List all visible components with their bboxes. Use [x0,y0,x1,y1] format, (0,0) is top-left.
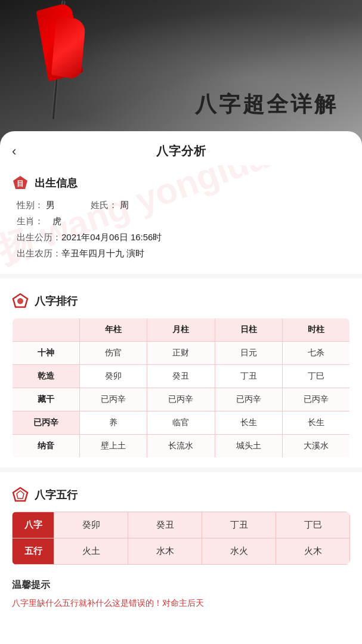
bazi-section: 八字排行 年柱 月柱 日柱 时柱 十神 伤官 正财 [0,283,362,463]
zodiac-label: 生肖： [17,216,52,227]
zodiac-row: 生肖： 虎 [17,216,345,227]
lunar-row: 出生农历： 辛丑年四月十九 演时 [17,248,345,259]
table-row: 纳音 壁上土 长流水 城头土 大溪水 [13,435,350,458]
surname-field: 姓氏： 周 [91,200,129,211]
cell-nayin-hour: 大溪水 [282,435,349,458]
cell-yibingxin-year: 养 [80,411,147,435]
svg-marker-5 [17,491,24,499]
wuxing-table: 八字 癸卯 癸丑 丁丑 丁巳 五行 火土 水木 水火 火木 [12,512,350,565]
tip-text: 八字里缺什么五行就补什么这是错误的！对命主后天 [12,596,350,609]
svg-point-3 [17,298,23,304]
cell-yibingxin-month: 临官 [147,411,215,435]
birth-info-grid: 性别： 男 姓氏： 周 生肖： 虎 出生公历： 2021年04月06日 16:5… [12,200,350,259]
wuxing-header: 八字五行 [12,487,350,503]
svg-text:目: 目 [17,179,24,188]
cell-shishen-hour: 七杀 [282,342,349,365]
solar-value: 2021年04月06日 16:56时 [61,232,162,243]
cell-shishen-month: 正财 [147,342,215,365]
table-row: 已丙辛 养 临官 长生 长生 [13,411,350,435]
tip-title: 温馨提示 [12,579,350,592]
cell-canggan-day: 已丙辛 [215,388,282,411]
gender-value: 男 [46,200,55,210]
wuxing-bazi-year: 癸卯 [54,512,128,538]
surname-label: 姓氏： [91,200,117,210]
bazi-table: 年柱 月柱 日柱 时柱 十神 伤官 正财 日元 七杀 乾造 [12,318,350,458]
lunar-label: 出生农历： [17,248,61,259]
tip-section: 温馨提示 八字里缺什么五行就补什么这是错误的！对命主后天 [0,569,362,619]
wuxing-title: 八字五行 [35,488,78,502]
divider-1 [0,274,362,278]
row-qianzao-header: 乾造 [13,365,80,388]
wuxing-bazi-row: 八字 癸卯 癸丑 丁丑 丁巳 [13,512,350,538]
card-content: 孙 扬 wang yongluan 族 sun 9 1 a 目 出生信息 性别：… [0,165,362,619]
bazi-title: 八字排行 [35,294,78,308]
page-title: 八字分析 [156,143,206,159]
zodiac-value: 虎 [52,216,61,227]
cell-shishen-year: 伤官 [80,342,147,365]
col-day: 日柱 [215,318,282,342]
card-header: ‹ 八字分析 [0,131,362,165]
row-shishen-header: 十神 [13,342,80,365]
bazi-header: 八字排行 [12,293,350,309]
birth-info-title: 出生信息 [35,176,78,190]
table-row: 藏干 已丙辛 已丙辛 已丙辛 已丙辛 [13,388,350,411]
gender-surname-row: 性别： 男 姓氏： 周 [17,200,345,211]
divider-2 [0,467,362,472]
row-yibingxin-header: 已丙辛 [13,411,80,435]
birth-info-section: 目 出生信息 性别： 男 姓氏： 周 生肖： 虎 [0,165,362,269]
cell-shishen-day: 日元 [215,342,282,365]
wuxing-bazi-hour: 丁巳 [276,512,350,538]
cell-canggan-hour: 已丙辛 [282,388,349,411]
cell-qianzao-hour: 丁巳 [282,365,349,388]
cell-qianzao-month: 癸丑 [147,365,215,388]
solar-row: 出生公历： 2021年04月06日 16:56时 [17,232,345,243]
gender-field: 性别： 男 [17,200,55,211]
cell-nayin-month: 长流水 [147,435,215,458]
bazi-icon [12,293,29,309]
cell-nayin-day: 城头土 [215,435,282,458]
banner-title: 八字超全详解 [195,90,338,119]
table-header-row: 年柱 月柱 日柱 时柱 [13,318,350,342]
wuxing-element-hour: 火木 [276,538,350,565]
cell-nayin-year: 壁上土 [80,435,147,458]
cell-yibingxin-day: 长生 [215,411,282,435]
lunar-value: 辛丑年四月十九 演时 [61,248,144,259]
row-canggan-header: 藏干 [13,388,80,411]
solar-label: 出生公历： [17,232,61,243]
main-card: ‹ 八字分析 孙 扬 wang yongluan 族 sun 9 1 a 目 出… [0,131,362,644]
birth-info-header: 目 出生信息 [12,175,350,191]
table-row: 十神 伤官 正财 日元 七杀 [13,342,350,365]
back-button[interactable]: ‹ [12,144,16,159]
wuxing-bazi-month: 癸丑 [128,512,202,538]
cell-yibingxin-hour: 长生 [282,411,349,435]
col-hour: 时柱 [282,318,349,342]
cell-canggan-year: 已丙辛 [80,388,147,411]
cell-canggan-month: 已丙辛 [147,388,215,411]
wuxing-section: 八字五行 八字 癸卯 癸丑 丁丑 丁巳 五行 火土 水木 水火 [0,477,362,569]
row-nayin-header: 纳音 [13,435,80,458]
col-month: 月柱 [147,318,215,342]
wuxing-element-row: 五行 火土 水木 水火 火木 [13,538,350,565]
wuxing-bazi-day: 丁丑 [202,512,276,538]
cell-qianzao-year: 癸卯 [80,365,147,388]
birth-info-icon: 目 [12,175,29,191]
col-year: 年柱 [80,318,147,342]
table-row: 乾造 癸卯 癸丑 丁丑 丁巳 [13,365,350,388]
ribbon-decoration [36,0,83,107]
wuxing-element-day: 水火 [202,538,276,565]
cell-qianzao-day: 丁丑 [215,365,282,388]
wuxing-element-year: 火土 [54,538,128,565]
wuxing-icon [12,487,29,503]
wuxing-bazi-label: 八字 [13,512,54,538]
wuxing-element-label: 五行 [13,538,54,565]
surname-value: 周 [120,200,129,210]
wuxing-element-month: 水木 [128,538,202,565]
col-empty [13,318,80,342]
gender-label: 性别： [17,200,44,210]
